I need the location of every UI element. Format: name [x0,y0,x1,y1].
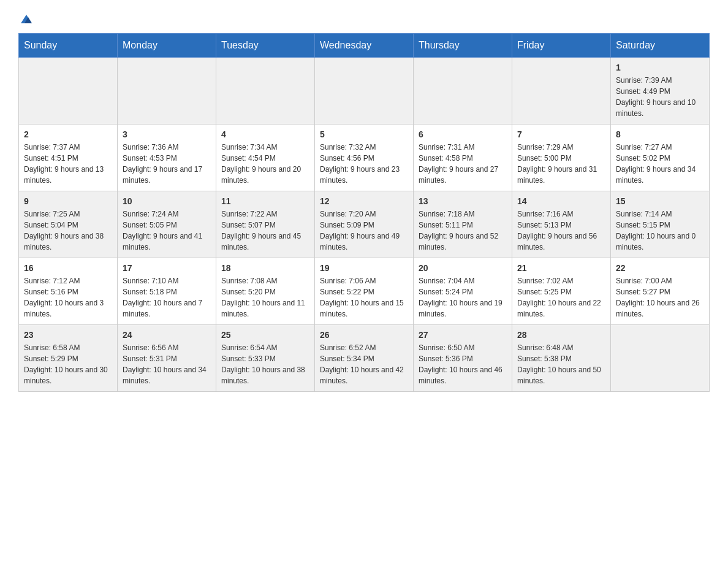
calendar-day-cell: 10Sunrise: 7:24 AM Sunset: 5:05 PM Dayli… [118,191,216,258]
day-of-week-header: Monday [118,34,216,58]
day-number: 8 [616,129,704,139]
calendar-day-cell: 19Sunrise: 7:06 AM Sunset: 5:22 PM Dayli… [315,258,414,325]
day-info: Sunrise: 7:24 AM Sunset: 5:05 PM Dayligh… [123,209,211,253]
day-number: 15 [616,196,704,206]
calendar-day-cell: 18Sunrise: 7:08 AM Sunset: 5:20 PM Dayli… [216,258,315,325]
calendar-day-cell [315,58,414,124]
calendar-week-row: 9Sunrise: 7:25 AM Sunset: 5:04 PM Daylig… [19,191,710,258]
calendar-day-cell: 28Sunrise: 6:48 AM Sunset: 5:38 PM Dayli… [512,325,611,392]
calendar-day-cell: 23Sunrise: 6:58 AM Sunset: 5:29 PM Dayli… [19,325,118,392]
day-number: 16 [24,263,112,273]
calendar-day-cell: 11Sunrise: 7:22 AM Sunset: 5:07 PM Dayli… [216,191,315,258]
day-of-week-header: Saturday [611,34,710,58]
calendar-day-cell: 22Sunrise: 7:00 AM Sunset: 5:27 PM Dayli… [611,258,710,325]
calendar-header-row: SundayMondayTuesdayWednesdayThursdayFrid… [19,34,710,58]
day-info: Sunrise: 6:56 AM Sunset: 5:31 PM Dayligh… [123,342,211,386]
day-number: 2 [24,129,112,139]
day-info: Sunrise: 7:10 AM Sunset: 5:18 PM Dayligh… [123,275,211,320]
day-info: Sunrise: 7:12 AM Sunset: 5:16 PM Dayligh… [24,275,112,320]
calendar-day-cell: 2Sunrise: 7:37 AM Sunset: 4:51 PM Daylig… [19,124,118,191]
day-info: Sunrise: 7:00 AM Sunset: 5:27 PM Dayligh… [616,275,704,320]
day-number: 3 [123,129,211,139]
day-of-week-header: Tuesday [216,34,315,58]
calendar-week-row: 16Sunrise: 7:12 AM Sunset: 5:16 PM Dayli… [19,258,710,325]
day-number: 21 [517,263,605,273]
logo [18,12,33,22]
day-number: 9 [24,196,112,206]
calendar-day-cell: 16Sunrise: 7:12 AM Sunset: 5:16 PM Dayli… [19,258,118,325]
calendar-day-cell: 13Sunrise: 7:18 AM Sunset: 5:11 PM Dayli… [414,191,512,258]
day-number: 22 [616,263,704,273]
day-of-week-header: Friday [512,34,611,58]
day-info: Sunrise: 7:36 AM Sunset: 4:53 PM Dayligh… [123,142,211,186]
day-number: 20 [419,263,507,273]
day-info: Sunrise: 6:50 AM Sunset: 5:36 PM Dayligh… [419,342,507,386]
day-number: 19 [320,263,408,273]
day-number: 25 [221,330,309,340]
calendar-day-cell [611,325,710,392]
day-info: Sunrise: 6:54 AM Sunset: 5:33 PM Dayligh… [221,342,309,386]
day-number: 12 [320,196,408,206]
day-number: 28 [517,330,605,340]
day-info: Sunrise: 7:16 AM Sunset: 5:13 PM Dayligh… [517,209,605,253]
calendar-day-cell: 12Sunrise: 7:20 AM Sunset: 5:09 PM Dayli… [315,191,414,258]
day-info: Sunrise: 7:22 AM Sunset: 5:07 PM Dayligh… [221,209,309,253]
day-number: 6 [419,129,507,139]
calendar-day-cell: 8Sunrise: 7:27 AM Sunset: 5:02 PM Daylig… [611,124,710,191]
calendar-day-cell: 17Sunrise: 7:10 AM Sunset: 5:18 PM Dayli… [118,258,216,325]
day-info: Sunrise: 7:04 AM Sunset: 5:24 PM Dayligh… [419,275,507,320]
day-info: Sunrise: 7:20 AM Sunset: 5:09 PM Dayligh… [320,209,408,253]
calendar-day-cell [414,58,512,124]
calendar-day-cell: 7Sunrise: 7:29 AM Sunset: 5:00 PM Daylig… [512,124,611,191]
calendar-day-cell: 3Sunrise: 7:36 AM Sunset: 4:53 PM Daylig… [118,124,216,191]
day-info: Sunrise: 7:32 AM Sunset: 4:56 PM Dayligh… [320,142,408,186]
day-number: 5 [320,129,408,139]
page-header [18,12,710,22]
day-info: Sunrise: 7:29 AM Sunset: 5:00 PM Dayligh… [517,142,605,186]
day-number: 14 [517,196,605,206]
day-info: Sunrise: 7:25 AM Sunset: 5:04 PM Dayligh… [24,209,112,253]
day-number: 24 [123,330,211,340]
day-info: Sunrise: 7:14 AM Sunset: 5:15 PM Dayligh… [616,209,704,253]
calendar-day-cell [118,58,216,124]
day-number: 7 [517,129,605,139]
day-number: 4 [221,129,309,139]
calendar-day-cell: 4Sunrise: 7:34 AM Sunset: 4:54 PM Daylig… [216,124,315,191]
calendar-day-cell: 27Sunrise: 6:50 AM Sunset: 5:36 PM Dayli… [414,325,512,392]
calendar-day-cell: 26Sunrise: 6:52 AM Sunset: 5:34 PM Dayli… [315,325,414,392]
logo-triangle-icon [20,12,33,26]
day-info: Sunrise: 6:58 AM Sunset: 5:29 PM Dayligh… [24,342,112,386]
day-number: 11 [221,196,309,206]
day-number: 26 [320,330,408,340]
day-info: Sunrise: 7:18 AM Sunset: 5:11 PM Dayligh… [419,209,507,253]
calendar-day-cell: 1Sunrise: 7:39 AM Sunset: 4:49 PM Daylig… [611,58,710,124]
day-number: 13 [419,196,507,206]
calendar-day-cell: 20Sunrise: 7:04 AM Sunset: 5:24 PM Dayli… [414,258,512,325]
calendar-day-cell: 9Sunrise: 7:25 AM Sunset: 5:04 PM Daylig… [19,191,118,258]
day-number: 23 [24,330,112,340]
day-info: Sunrise: 6:48 AM Sunset: 5:38 PM Dayligh… [517,342,605,386]
day-info: Sunrise: 7:31 AM Sunset: 4:58 PM Dayligh… [419,142,507,186]
day-info: Sunrise: 7:39 AM Sunset: 4:49 PM Dayligh… [616,75,704,119]
calendar-day-cell [19,58,118,124]
calendar-day-cell [512,58,611,124]
calendar-day-cell: 25Sunrise: 6:54 AM Sunset: 5:33 PM Dayli… [216,325,315,392]
day-info: Sunrise: 7:34 AM Sunset: 4:54 PM Dayligh… [221,142,309,186]
day-info: Sunrise: 7:27 AM Sunset: 5:02 PM Dayligh… [616,142,704,186]
calendar-day-cell: 6Sunrise: 7:31 AM Sunset: 4:58 PM Daylig… [414,124,512,191]
calendar-day-cell: 21Sunrise: 7:02 AM Sunset: 5:25 PM Dayli… [512,258,611,325]
day-info: Sunrise: 7:08 AM Sunset: 5:20 PM Dayligh… [221,275,309,320]
day-info: Sunrise: 7:37 AM Sunset: 4:51 PM Dayligh… [24,142,112,186]
day-number: 17 [123,263,211,273]
calendar-table: SundayMondayTuesdayWednesdayThursdayFrid… [18,33,710,392]
calendar-week-row: 2Sunrise: 7:37 AM Sunset: 4:51 PM Daylig… [19,124,710,191]
day-info: Sunrise: 7:06 AM Sunset: 5:22 PM Dayligh… [320,275,408,320]
day-of-week-header: Thursday [414,34,512,58]
calendar-day-cell: 14Sunrise: 7:16 AM Sunset: 5:13 PM Dayli… [512,191,611,258]
day-info: Sunrise: 6:52 AM Sunset: 5:34 PM Dayligh… [320,342,408,386]
calendar-day-cell: 24Sunrise: 6:56 AM Sunset: 5:31 PM Dayli… [118,325,216,392]
day-number: 1 [616,63,704,72]
day-info: Sunrise: 7:02 AM Sunset: 5:25 PM Dayligh… [517,275,605,320]
day-of-week-header: Wednesday [315,34,414,58]
calendar-day-cell [216,58,315,124]
